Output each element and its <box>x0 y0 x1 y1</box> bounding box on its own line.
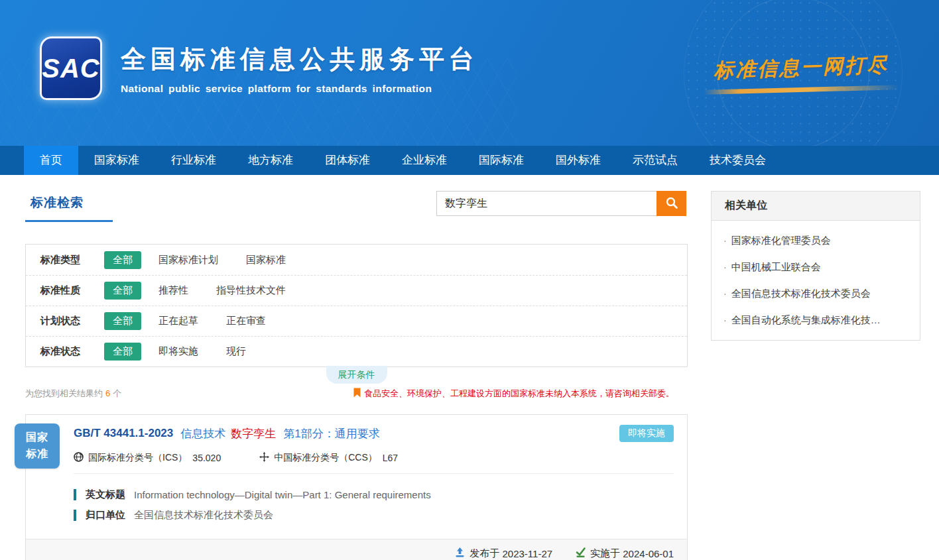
nav-item-technical-committee[interactable]: 技术委员会 <box>694 146 782 175</box>
result-card: 国家 标准 GB/T 43441.1-2023 信息技术 数字孪生 第1部分：通… <box>25 414 688 560</box>
bullet-dot: · <box>723 315 727 325</box>
expand-conditions-button[interactable]: 展开条件 <box>326 366 387 384</box>
field-row-english-title: 英文标题 Information technology—Digital twin… <box>74 488 674 501</box>
related-unit-link[interactable]: ·全国信息技术标准化技术委员会 <box>723 278 908 304</box>
sac-logo[interactable]: SAC <box>40 36 102 100</box>
filter-row-standard-status: 标准状态 全部 即将实施 现行 <box>26 336 687 366</box>
publish-date: 2023-11-27 <box>502 548 552 559</box>
standard-title-highlight[interactable]: 数字孪生 <box>231 426 276 441</box>
results-count-number: 6 <box>105 388 110 398</box>
right-sidebar: 相关单位 ·国家标准化管理委员会 ·中国机械工业联合会 ·全国信息技术标准化技术… <box>711 191 920 560</box>
standard-title-part1[interactable]: 信息技术 <box>180 426 225 441</box>
field-value: Information technology—Digital twin—Part… <box>134 489 431 500</box>
nav-item-industry-standards[interactable]: 行业标准 <box>155 146 232 175</box>
filter-label: 标准性质 <box>40 284 104 297</box>
standard-title-line: GB/T 43441.1-2023 信息技术 数字孪生 第1部分：通用要求 即将… <box>74 425 674 442</box>
filter-option[interactable]: 国家标准计划 <box>158 254 218 266</box>
card-head: GB/T 43441.1-2023 信息技术 数字孪生 第1部分：通用要求 即将… <box>26 415 687 474</box>
ccs-value: L67 <box>383 453 398 463</box>
related-unit-link[interactable]: ·国家标准化管理委员会 <box>723 225 908 251</box>
related-units-title: 相关单位 <box>712 192 920 221</box>
search-row: 标准检索 <box>25 191 688 232</box>
card-footer: 发布于 2023-11-27 实施于 2024-06-01 <box>26 539 687 560</box>
content: 标准检索 标准类型 全部 国家标准计划 国家标准 <box>0 175 939 560</box>
publish-label: 发布于 <box>470 547 499 560</box>
filter-all-button[interactable]: 全部 <box>104 251 141 269</box>
filter-all-button[interactable]: 全部 <box>104 343 141 361</box>
slogan-text: 标准信息一网打尽 <box>701 51 901 85</box>
site-title-cn: 全国标准信息公共服务平台 <box>121 42 479 76</box>
standard-title-part2[interactable]: 第1部分：通用要求 <box>283 426 379 441</box>
implement-icon <box>575 547 590 560</box>
card-fields: 英文标题 Information technology—Digital twin… <box>26 474 687 539</box>
site-header: SAC 全国标准信息公共服务平台 National public service… <box>0 0 939 146</box>
field-label: 归口单位 <box>86 509 125 522</box>
slogan-wrap: 标准信息一网打尽 <box>702 54 901 92</box>
implement-date: 2024-06-01 <box>623 548 674 559</box>
standard-type-badge-line2: 标准 <box>26 446 48 463</box>
filter-box: 标准类型 全部 国家标准计划 国家标准 标准性质 全部 推荐性 指导性技术文件 … <box>25 244 688 367</box>
nav-item-foreign-standards[interactable]: 国外标准 <box>540 146 617 175</box>
results-count-suffix: 个 <box>113 388 121 398</box>
filter-label: 标准类型 <box>40 254 104 266</box>
filter-label: 计划状态 <box>40 315 104 327</box>
field-value: 全国信息技术标准化技术委员会 <box>134 509 273 522</box>
nav-item-group-standards[interactable]: 团体标准 <box>309 146 386 175</box>
filter-all-button[interactable]: 全部 <box>104 282 141 300</box>
search-group <box>436 191 686 216</box>
compass-icon <box>259 452 274 464</box>
filter-option[interactable]: 即将实施 <box>158 345 198 358</box>
nav-item-local-standards[interactable]: 地方标准 <box>232 146 309 175</box>
nav-item-national-standards[interactable]: 国家标准 <box>78 146 155 175</box>
filter-option[interactable]: 正在起草 <box>158 315 198 327</box>
brand: SAC 全国标准信息公共服务平台 National public service… <box>40 36 479 100</box>
standard-type-badge: 国家 标准 <box>15 423 60 469</box>
field-accent-bar <box>74 489 76 500</box>
ics-label: 国际标准分类号（ICS） <box>88 452 187 464</box>
nav-item-enterprise-standards[interactable]: 企业标准 <box>386 146 463 175</box>
field-accent-bar <box>74 510 76 521</box>
standard-code-link[interactable]: GB/T 43441.1-2023 <box>74 427 173 440</box>
ics-value: 35.020 <box>192 453 221 463</box>
page-title: 标准检索 <box>25 191 113 222</box>
search-icon <box>665 196 678 211</box>
filter-option[interactable]: 现行 <box>226 345 246 358</box>
filter-option[interactable]: 国家标准 <box>246 254 286 266</box>
site-title-en: National public service platform for sta… <box>121 83 479 95</box>
filter-row-standard-nature: 标准性质 全部 推荐性 指导性技术文件 <box>26 275 687 306</box>
results-notice: 食品安全、环境保护、工程建设方面的国家标准未纳入本系统，请咨询相关部委。 <box>353 388 688 400</box>
related-units-panel: 相关单位 ·国家标准化管理委员会 ·中国机械工业联合会 ·全国信息技术标准化技术… <box>711 191 920 341</box>
nav-item-home[interactable]: 首页 <box>24 146 78 175</box>
classification-line: 国际标准分类号（ICS） 35.020 中国标准分类号（CCS <box>74 452 674 464</box>
bullet-dot: · <box>723 235 727 246</box>
related-unit-link[interactable]: ·全国自动化系统与集成标准化技… <box>723 304 908 331</box>
filter-option[interactable]: 正在审查 <box>226 315 266 327</box>
results-count: 为您找到相关结果约6个 <box>25 388 121 400</box>
nav-item-pilot-program[interactable]: 示范试点 <box>617 146 694 175</box>
filter-row-plan-status: 计划状态 全部 正在起草 正在审查 <box>26 306 687 336</box>
field-label: 英文标题 <box>86 488 125 501</box>
nav-item-international-standards[interactable]: 国际标准 <box>463 146 540 175</box>
filter-option[interactable]: 指导性技术文件 <box>216 284 286 297</box>
search-button[interactable] <box>657 191 686 216</box>
publish-icon <box>454 547 470 560</box>
bullet-dot: · <box>723 262 727 272</box>
filter-label: 标准状态 <box>40 345 104 358</box>
filter-row-standard-type: 标准类型 全部 国家标准计划 国家标准 <box>26 245 687 275</box>
search-input[interactable] <box>436 191 657 216</box>
results-count-prefix: 为您找到相关结果约 <box>25 388 103 398</box>
brand-text: 全国标准信息公共服务平台 National public service pla… <box>121 42 479 95</box>
field-row-committee: 归口单位 全国信息技术标准化技术委员会 <box>74 509 674 522</box>
related-unit-link[interactable]: ·中国机械工业联合会 <box>723 251 908 278</box>
filter-all-button[interactable]: 全部 <box>104 312 141 330</box>
bookmark-icon <box>353 388 364 400</box>
implement-label: 实施于 <box>590 547 620 560</box>
ccs-label: 中国标准分类号（CCS） <box>274 452 377 464</box>
bullet-dot: · <box>723 288 727 299</box>
results-notice-text: 食品安全、环境保护、工程建设方面的国家标准未纳入本系统，请咨询相关部委。 <box>364 388 674 400</box>
globe-icon <box>74 452 88 464</box>
status-badge: 即将实施 <box>619 425 674 442</box>
filter-option[interactable]: 推荐性 <box>158 284 188 297</box>
left-column: 标准检索 标准类型 全部 国家标准计划 国家标准 <box>25 191 688 560</box>
main-nav: 首页 国家标准 行业标准 地方标准 团体标准 企业标准 国际标准 国外标准 示范… <box>0 146 939 175</box>
